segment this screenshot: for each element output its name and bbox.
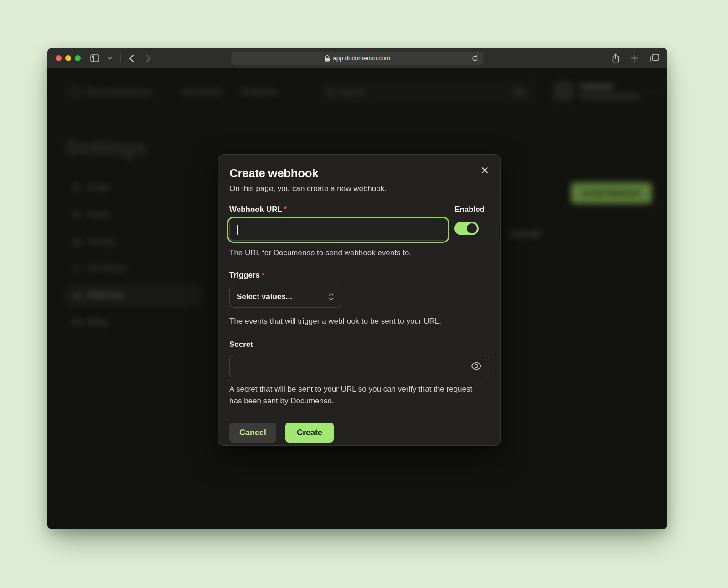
close-icon[interactable] — [478, 164, 491, 176]
secret-label: Secret — [229, 340, 489, 349]
triggers-label: Triggers — [229, 271, 260, 279]
required-marker: * — [284, 206, 287, 213]
browser-window: app.documenso.com — [47, 48, 667, 529]
sidebar-chevron-down-icon[interactable] — [107, 56, 113, 61]
triggers-select-value: Select values... — [237, 292, 292, 301]
secret-input[interactable] — [229, 355, 489, 377]
webhook-url-input[interactable] — [229, 219, 447, 241]
dialog-subtitle: On this page, you can create a new webho… — [229, 184, 489, 193]
browser-titlebar: app.documenso.com — [47, 48, 667, 68]
dialog-title: Create webhook — [229, 166, 489, 181]
tab-overview-icon[interactable] — [649, 53, 660, 63]
triggers-helper: The events that will trigger a webhook t… — [229, 315, 489, 327]
new-tab-icon[interactable] — [630, 53, 640, 63]
triggers-select[interactable]: Select values... — [229, 286, 341, 308]
back-button[interactable] — [128, 53, 135, 63]
share-icon[interactable] — [611, 52, 620, 64]
required-marker: * — [262, 271, 264, 279]
minimize-window-button[interactable] — [65, 55, 71, 61]
eye-icon — [471, 362, 482, 370]
page-content: Documenso Documents Templates Search ⌘K — [47, 68, 667, 529]
lock-icon — [325, 55, 330, 62]
enabled-label: Enabled — [454, 205, 489, 214]
webhook-url-label: Webhook URL — [229, 205, 282, 214]
create-webhook-dialog: Create webhook On this page, you can cre… — [218, 154, 501, 446]
secret-helper: A secret that will be sent to your URL s… — [229, 383, 475, 407]
enabled-toggle[interactable] — [454, 222, 479, 235]
forward-button[interactable] — [145, 53, 152, 63]
address-bar[interactable]: app.documenso.com — [232, 52, 484, 65]
close-window-button[interactable] — [56, 55, 62, 61]
chevron-up-down-icon — [328, 293, 334, 301]
traffic-lights — [56, 48, 81, 68]
cancel-button[interactable]: Cancel — [229, 423, 276, 443]
show-secret-button[interactable] — [470, 360, 483, 372]
zoom-window-button[interactable] — [75, 55, 81, 61]
create-button[interactable]: Create — [285, 423, 334, 443]
reload-icon[interactable] — [471, 54, 480, 63]
sidebar-toggle-icon[interactable] — [89, 53, 100, 63]
webhook-url-helper: The URL for Documenso to send webhook ev… — [229, 247, 489, 259]
toggle-knob — [467, 223, 477, 233]
address-bar-url: app.documenso.com — [333, 55, 390, 62]
text-caret — [237, 225, 238, 235]
